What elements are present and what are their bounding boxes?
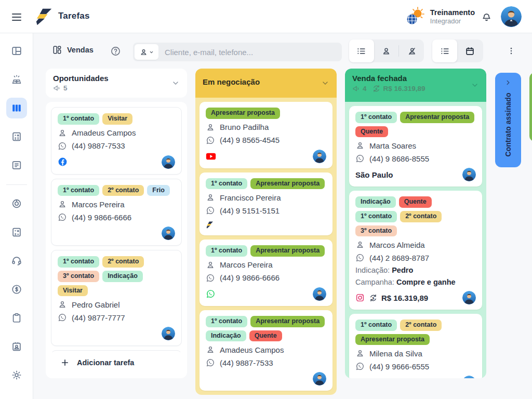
sidebar-item-support[interactable] [6, 250, 27, 271]
contact-name: Marta Soares [369, 141, 416, 150]
chevron-down-icon[interactable] [171, 79, 180, 87]
board-list-view-button[interactable] [432, 39, 457, 62]
more-options-kebab-icon[interactable] [505, 45, 517, 57]
chevron-down-icon[interactable] [321, 79, 329, 87]
column-header[interactable]: Oportunidades 5 [46, 69, 187, 98]
person-icon [58, 200, 67, 209]
tag: 3º contato [355, 225, 397, 237]
person-view-button[interactable] [374, 39, 399, 62]
sidebar-item-dashboard[interactable] [6, 41, 27, 61]
tag: 1º contato [58, 113, 99, 125]
contact-name: Marcos Pereira [72, 200, 125, 209]
sidebar-item-kanban[interactable] [6, 98, 27, 118]
tag: 3º contato [58, 271, 99, 282]
tag: 1º contato [206, 245, 247, 257]
contact-city: São Paulo [355, 170, 393, 179]
column-count: 5 [63, 84, 68, 92]
whatsapp-icon [206, 289, 216, 299]
chevron-down-icon [149, 50, 154, 55]
contact-name: Bruno Padilha [220, 123, 269, 131]
instagram-icon [355, 293, 365, 302]
contact-phone: (44) 9 9666-6555 [369, 362, 429, 371]
sidebar-item-calculator[interactable] [6, 126, 27, 147]
task-card[interactable]: 1º contato 2º contato Apresentar propost… [349, 314, 482, 378]
task-card[interactable]: 1º contato Visitar Amadeus Campos (44) 9… [51, 107, 182, 175]
task-card[interactable]: Apresentar proposta Bruno Padilha (44) 9… [200, 102, 332, 168]
whatsapp-icon [206, 206, 215, 215]
tag: 1º contato [355, 320, 397, 331]
cards-list: 1º contato Visitar Amadeus Campos (44) 9… [51, 107, 182, 352]
person-icon [206, 260, 215, 270]
person-icon [206, 123, 215, 132]
clipboard-icon [11, 312, 22, 324]
search-bar [133, 43, 342, 61]
column-title: Venda fechada [352, 74, 479, 83]
tag: Apresentar proposta [250, 245, 325, 257]
next-column-edge[interactable] [529, 73, 532, 141]
sidebar-item-projects[interactable] [6, 308, 27, 328]
field-label: Campanha: [355, 278, 394, 286]
org-switcher[interactable]: Treinamento Integrador [404, 6, 475, 27]
view-toggle-group-1 [349, 39, 424, 62]
contact-name: Amadeus Campos [220, 345, 284, 354]
search-input[interactable] [158, 48, 342, 57]
chevron-down-icon[interactable] [471, 81, 479, 89]
tag: Indicação [206, 330, 246, 342]
help-icon[interactable] [110, 46, 121, 57]
notifications-bell-icon[interactable] [481, 10, 493, 22]
person-off-view-button[interactable] [399, 39, 424, 62]
calendar-view-button[interactable] [457, 39, 482, 62]
task-card[interactable]: 1º contato Apresentar proposta Marcos Pe… [200, 240, 332, 306]
task-card[interactable]: Indicação Quente 1º contato 2º contato 3… [349, 191, 482, 310]
column-header[interactable]: Venda fechada 4 $ R$ 16.319,89 [345, 69, 486, 102]
tag: 1º contato [58, 185, 99, 196]
sidebar-item-finance[interactable] [6, 279, 27, 300]
add-task-button[interactable]: Adicionar tarefa [51, 352, 182, 373]
sidebar-item-simulator[interactable] [6, 222, 27, 243]
contact-name: Marcos Pereira [220, 260, 273, 269]
tag: 2º contato [400, 320, 442, 331]
column-count: 4 [363, 85, 367, 92]
sidebar-item-contacts[interactable] [6, 336, 27, 357]
assignee-avatar [313, 372, 326, 385]
whatsapp-icon [58, 141, 67, 151]
assignee-avatar [462, 291, 476, 304]
column-body: 1º contato Apresentar proposta Quente Ma… [345, 102, 486, 378]
task-card[interactable]: 1º contato Apresentar proposta Indicação… [200, 310, 332, 391]
tag: Quente [249, 330, 282, 342]
contact-phone: (44) 9 8565-4545 [220, 136, 280, 144]
menu-icon[interactable] [10, 11, 23, 23]
contact-name: Milena da Silva [369, 349, 422, 358]
column-contrato-assinado-collapsed[interactable]: Contrato assinado [495, 73, 521, 167]
tag: Frio [147, 185, 170, 196]
target-icon [11, 198, 22, 209]
org-name: Treinamento [430, 8, 475, 17]
sidebar-item-settings[interactable] [6, 365, 27, 385]
org-logo-icon [404, 6, 425, 27]
sidebar-item-list[interactable] [6, 155, 27, 176]
list-view-icon [356, 46, 366, 56]
brand-logo-icon [206, 221, 214, 229]
task-card[interactable]: 1º contato 2º contato 3º contato Indicaç… [51, 250, 182, 346]
sidebar-item-goals[interactable] [6, 193, 27, 214]
column-body: Apresentar proposta Bruno Padilha (44) 9… [195, 98, 337, 395]
tag: Quente [355, 126, 388, 138]
tag: Visitar [102, 113, 132, 125]
column-header[interactable]: Em negociação [195, 69, 337, 98]
tag: Indicação [102, 271, 143, 282]
task-card[interactable]: 1º contato Apresentar proposta Francisco… [200, 172, 332, 236]
board-selector[interactable]: Vendas [52, 45, 94, 55]
search-filter-chip[interactable] [135, 44, 158, 60]
sidebar [0, 33, 33, 399]
tag: Apresentar proposta [400, 112, 474, 123]
tag: Indicação [355, 196, 396, 208]
contact-phone: (44) 9 5151-5151 [220, 206, 280, 215]
sidebar-item-solar[interactable] [6, 69, 27, 90]
calculator2-icon [11, 227, 22, 238]
list-view-button[interactable] [349, 39, 374, 62]
assignee-avatar [162, 227, 175, 240]
headset-icon [11, 255, 22, 267]
user-avatar[interactable] [501, 6, 522, 27]
task-card[interactable]: 1º contato 2º contato Frio Marcos Pereir… [51, 179, 182, 246]
task-card[interactable]: 1º contato Apresentar proposta Quente Ma… [349, 106, 482, 187]
